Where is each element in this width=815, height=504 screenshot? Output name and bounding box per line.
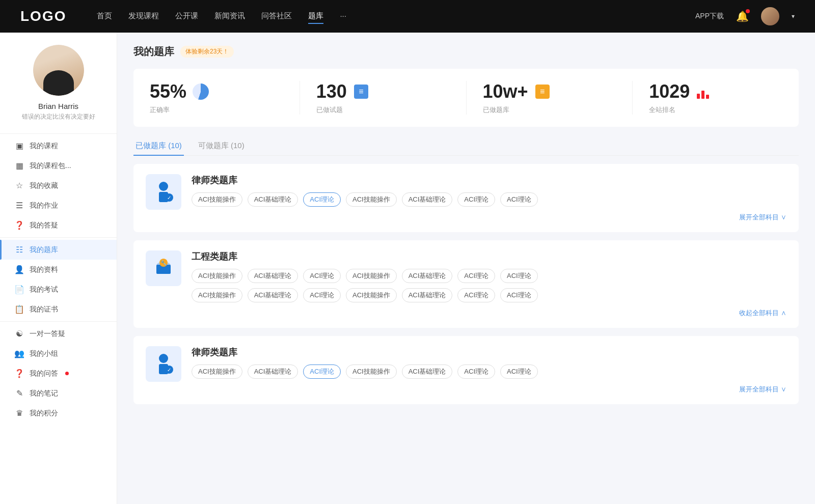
sidebar-label-profile: 我的资料 [30, 265, 58, 274]
bar3 [706, 95, 709, 99]
qbank-content-1: 律师类题库 ACI技能操作 ACI基础理论 ACI理论 ACI技能操作 ACI基… [192, 174, 786, 222]
avatar-dropdown-arrow[interactable]: ▾ [792, 13, 795, 20]
nav-qbank[interactable]: 题库 [308, 9, 323, 24]
tag-2-r2-5[interactable]: ACI理论 [457, 288, 495, 302]
sidebar-item-favorites[interactable]: ☆ 我的收藏 [0, 176, 117, 195]
tag-3-4[interactable]: ACI基础理论 [402, 365, 453, 379]
nav-news[interactable]: 新闻资讯 [214, 9, 245, 24]
lawyer-svg-icon-3: ✓ [151, 351, 176, 377]
tag-2-2[interactable]: ACI理论 [303, 269, 341, 283]
tag-2-4[interactable]: ACI基础理论 [402, 269, 453, 283]
sidebar-item-homework[interactable]: ☰ 我的作业 [0, 195, 117, 215]
tag-2-1[interactable]: ACI基础理论 [248, 269, 298, 283]
nav-home[interactable]: 首页 [97, 9, 112, 24]
sidebar-label-myquestions: 我的问答 [30, 369, 58, 378]
tab-available[interactable]: 可做题库 (10) [196, 137, 247, 156]
sidebar-item-course-package[interactable]: ▦ 我的课程包... [0, 156, 117, 176]
group-icon: 👥 [14, 349, 24, 358]
sidebar-item-course[interactable]: ▣ 我的课程 [0, 136, 117, 156]
sidebar-item-oneone[interactable]: ☯ 一对一答疑 [0, 324, 117, 344]
sidebar-item-certificate[interactable]: 📋 我的证书 [0, 299, 117, 319]
sidebar-item-answers[interactable]: ❓ 我的答疑 [0, 215, 117, 235]
tag-2-0[interactable]: ACI技能操作 [192, 269, 242, 283]
tag-3-0[interactable]: ACI技能操作 [192, 365, 242, 379]
homework-icon: ☰ [14, 201, 24, 210]
expand-button-1[interactable]: 展开全部科目 ∨ [739, 213, 786, 222]
expand-button-3[interactable]: 展开全部科目 ∨ [739, 385, 786, 394]
user-name: Brian Harris [38, 102, 78, 110]
done-questions-icon: ≡ [352, 82, 370, 101]
tag-1-3[interactable]: ACI技能操作 [346, 192, 397, 207]
sidebar-label-answers: 我的答疑 [30, 221, 58, 230]
sidebar-item-exam[interactable]: 📄 我的考试 [0, 279, 117, 299]
stat-accuracy-label: 正确率 [150, 105, 170, 115]
stats-card: 55% 正确率 130 ≡ 已做试题 10w+ [133, 69, 799, 127]
stat-done-value: 130 [316, 81, 347, 102]
qbank-title-2: 工程类题库 [192, 250, 786, 263]
qbank-header-2: 🔧 工程类题库 ACI技能操作 ACI基础理论 ACI理论 ACI技能操作 AC… [146, 250, 786, 318]
collapse-row-2: 收起全部科目 ∧ [192, 304, 786, 318]
nav-qa[interactable]: 问答社区 [261, 9, 292, 24]
tag-3-2[interactable]: ACI理论 [303, 365, 341, 379]
qbank-content-2: 工程类题库 ACI技能操作 ACI基础理论 ACI理论 ACI技能操作 ACI基… [192, 250, 786, 318]
tag-3-1[interactable]: ACI基础理论 [248, 365, 298, 379]
navigation: LOGO 首页 发现课程 公开课 新闻资讯 问答社区 题库 ··· APP下载 … [0, 0, 815, 33]
course-icon: ▣ [14, 141, 24, 151]
tag-2-r2-1[interactable]: ACI基础理论 [248, 288, 298, 302]
stat-banks-label: 已做题库 [483, 105, 509, 115]
points-icon: ♛ [14, 408, 24, 418]
sidebar-item-myquestions[interactable]: ❓ 我的问答 [0, 363, 117, 383]
tag-1-6[interactable]: ACI理论 [500, 192, 538, 207]
question-bank-tabs: 已做题库 (10) 可做题库 (10) [133, 137, 799, 156]
expand-row-1: 展开全部科目 ∨ [192, 209, 786, 222]
tag-2-r2-2[interactable]: ACI理论 [303, 288, 341, 302]
app-download-link[interactable]: APP下载 [695, 12, 724, 21]
sidebar-item-group[interactable]: 👥 我的小组 [0, 344, 117, 363]
tag-2-6[interactable]: ACI理论 [500, 269, 538, 283]
sidebar-item-points[interactable]: ♛ 我的积分 [0, 403, 117, 423]
qbank-header-3: ✓ 律师类题库 ACI技能操作 ACI基础理论 ACI理论 ACI技能操作 AC… [146, 346, 786, 394]
trial-badge: 体验剩余23天！ [180, 46, 234, 58]
tag-3-6[interactable]: ACI理论 [500, 365, 538, 379]
user-avatar[interactable] [761, 7, 779, 25]
notification-bell[interactable]: 🔔 [736, 10, 749, 22]
nav-discover[interactable]: 发现课程 [128, 9, 159, 24]
tag-2-r2-0[interactable]: ACI技能操作 [192, 288, 242, 302]
main-layout: Brian Harris 错误的决定比没有决定要好 ▣ 我的课程 ▦ 我的课程包… [0, 33, 815, 504]
nav-open-course[interactable]: 公开课 [175, 9, 198, 24]
stat-done-banks: 10w+ ≡ 已做题库 [467, 81, 633, 115]
tag-1-0[interactable]: ACI技能操作 [192, 192, 242, 207]
answers-icon: ❓ [14, 220, 24, 230]
sidebar-divider-2 [0, 321, 117, 322]
collapse-button-2[interactable]: 收起全部科目 ∧ [739, 309, 786, 318]
tag-3-3[interactable]: ACI技能操作 [346, 365, 397, 379]
sidebar-label-qbank: 我的题库 [30, 245, 58, 255]
tag-1-4[interactable]: ACI基础理论 [402, 192, 453, 207]
svg-text:✓: ✓ [167, 195, 171, 201]
qbank-icon-1: ✓ [146, 174, 181, 210]
nav-more[interactable]: ··· [340, 9, 346, 24]
stat-accuracy: 55% 正确率 [133, 81, 300, 115]
tag-1-2[interactable]: ACI理论 [303, 192, 341, 207]
qbank-card-1: ✓ 律师类题库 ACI技能操作 ACI基础理论 ACI理论 ACI技能操作 AC… [133, 164, 799, 232]
nav-links: 首页 发现课程 公开课 新闻资讯 问答社区 题库 ··· [97, 9, 695, 24]
ranking-icon [695, 82, 713, 101]
tag-2-5[interactable]: ACI理论 [457, 269, 495, 283]
tag-1-1[interactable]: ACI基础理论 [248, 192, 298, 207]
accuracy-icon [192, 82, 210, 101]
tag-2-r2-6[interactable]: ACI理论 [500, 288, 538, 302]
tag-1-5[interactable]: ACI理论 [457, 192, 495, 207]
course-package-icon: ▦ [14, 161, 24, 171]
tag-2-r2-3[interactable]: ACI技能操作 [346, 288, 397, 302]
svg-text:🔧: 🔧 [160, 260, 167, 266]
qbank-header-1: ✓ 律师类题库 ACI技能操作 ACI基础理论 ACI理论 ACI技能操作 AC… [146, 174, 786, 222]
sidebar-item-qbank[interactable]: ☷ 我的题库 [0, 240, 117, 260]
tag-2-r2-4[interactable]: ACI基础理论 [402, 288, 453, 302]
tab-done[interactable]: 已做题库 (10) [133, 137, 184, 156]
sidebar-item-notes[interactable]: ✎ 我的笔记 [0, 383, 117, 403]
stat-done-label: 已做试题 [316, 105, 343, 115]
tag-2-3[interactable]: ACI技能操作 [346, 269, 397, 283]
qbank-icon: ☷ [14, 245, 24, 255]
tag-3-5[interactable]: ACI理论 [457, 365, 495, 379]
sidebar-item-profile[interactable]: 👤 我的资料 [0, 260, 117, 279]
